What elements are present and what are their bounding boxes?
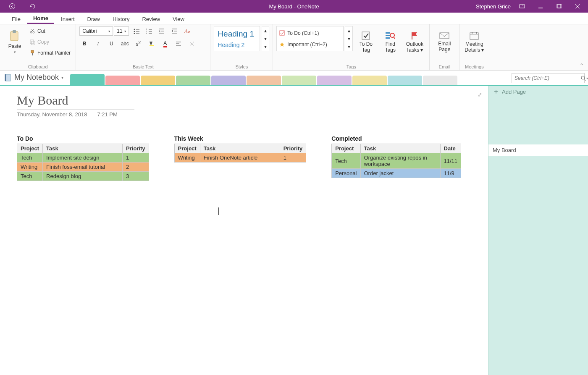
section-tab[interactable] — [388, 76, 422, 85]
page-time: 7:21 PM — [97, 111, 117, 118]
tags-down-button[interactable]: ▾ — [345, 34, 352, 42]
copy-button[interactable]: Copy — [28, 37, 72, 47]
section-tab[interactable] — [176, 76, 210, 85]
styles-gallery[interactable]: Heading 1 Heading 2 — [214, 26, 260, 51]
ribbon-tab-insert[interactable]: Insert — [55, 13, 81, 24]
task-table[interactable]: ProjectTaskPriorityTechImplement site de… — [17, 144, 149, 181]
todo-tag-button[interactable]: To Do Tag — [354, 26, 377, 58]
styles-down-button[interactable]: ▾ — [262, 34, 269, 42]
table-cell: Implement site design — [43, 153, 123, 163]
table-row[interactable]: WritingFinish foss-email tutorial2 — [17, 163, 149, 172]
tags-up-button[interactable]: ▴ — [345, 26, 352, 34]
section-tab[interactable] — [317, 76, 352, 85]
styles-more-button[interactable]: ▾ — [262, 43, 269, 51]
search-input[interactable] — [512, 75, 580, 81]
ribbon-collapse-button[interactable]: ⌃ — [580, 63, 584, 68]
section-tab[interactable] — [423, 76, 457, 85]
section-tab[interactable] — [211, 76, 246, 85]
tag-item[interactable]: Important (Ctrl+2) — [279, 42, 341, 47]
font-family-select[interactable]: Calibri▾ — [79, 26, 113, 36]
section-tab[interactable] — [105, 76, 140, 85]
task-table[interactable]: ProjectTaskPriorityWritingFinish OneNote… — [174, 144, 307, 163]
section-tab[interactable] — [247, 76, 281, 85]
ribbon-tab-home[interactable]: Home — [27, 13, 54, 24]
font-size-select[interactable]: 11▾ — [114, 26, 129, 36]
svg-line-47 — [394, 37, 395, 39]
numbering-button[interactable]: 123 — [144, 26, 154, 36]
clear-formatting-button[interactable]: A⌀ — [182, 26, 192, 36]
bold-button[interactable]: B — [79, 39, 89, 49]
cut-button[interactable]: Cut — [28, 26, 72, 36]
board-column: CompletedProjectTaskDateTechOrganize exi… — [331, 135, 461, 181]
add-page-button[interactable]: ＋ Add Page — [488, 86, 588, 98]
page-date: Thursday, November 8, 2018 — [17, 111, 87, 118]
styles-up-button[interactable]: ▴ — [262, 26, 269, 34]
italic-button[interactable]: I — [93, 39, 103, 49]
table-row[interactable]: TechOrganize existing repos in workspace… — [332, 153, 461, 169]
svg-point-0 — [10, 4, 15, 9]
section-tab[interactable] — [70, 74, 105, 85]
group-label-clipboard: Clipboard — [3, 63, 72, 69]
notebook-bar: My Notebook ▾ ▾ — [0, 71, 588, 86]
indent-button[interactable] — [169, 26, 179, 36]
maximize-button[interactable] — [552, 0, 566, 12]
group-label-basic-text: Basic Text — [79, 63, 207, 69]
format-painter-button[interactable]: Format Painter — [28, 48, 72, 58]
user-name[interactable]: Stephen Grice — [476, 3, 511, 10]
group-label-meetings: Meetings — [463, 63, 486, 69]
tag-item[interactable]: To Do (Ctrl+1) — [279, 30, 341, 36]
ribbon-tab-view[interactable]: View — [167, 13, 190, 24]
strikethrough-button[interactable]: abc — [120, 39, 130, 49]
section-tab[interactable] — [141, 76, 175, 85]
table-row[interactable]: TechImplement site design1 — [17, 153, 149, 163]
highlight-button[interactable] — [147, 39, 157, 49]
search-button[interactable]: ▾ — [580, 75, 588, 81]
page-title[interactable]: My Board — [17, 93, 471, 108]
section-tab[interactable] — [352, 76, 387, 85]
back-button[interactable] — [5, 0, 19, 12]
superscript-button[interactable]: x2 — [133, 39, 143, 49]
delete-button[interactable] — [187, 39, 197, 49]
ribbon-tab-history[interactable]: History — [107, 13, 135, 24]
ribbon-tabs: FileHomeInsertDrawHistoryReviewView — [0, 13, 588, 24]
tags-more-button[interactable]: ▾ — [345, 43, 352, 51]
paste-button[interactable]: Paste ▾ — [3, 26, 26, 58]
bullets-button[interactable] — [131, 26, 142, 36]
underline-button[interactable]: U — [106, 39, 116, 49]
meeting-details-button[interactable]: Meeting Details ▾ — [463, 26, 486, 58]
expand-canvas-button[interactable]: ⤢ — [478, 92, 482, 98]
table-row[interactable]: PersonalOrder jacket11/9 — [332, 169, 461, 178]
outdent-button[interactable] — [157, 26, 167, 36]
group-meetings: Meeting Details ▾ Meetings — [459, 24, 489, 70]
table-header: Project — [17, 144, 43, 153]
ribbon-tab-draw[interactable]: Draw — [81, 13, 106, 24]
page-item[interactable]: My Board — [488, 144, 588, 156]
star-icon — [279, 42, 285, 47]
find-tags-button[interactable]: Find Tags — [379, 26, 402, 58]
table-cell: Tech — [17, 153, 43, 163]
section-tab[interactable] — [282, 76, 316, 85]
table-cell: 1 — [123, 153, 149, 163]
ribbon-tab-review[interactable]: Review — [136, 13, 166, 24]
svg-rect-53 — [5, 74, 10, 81]
close-button[interactable] — [570, 0, 585, 12]
align-button[interactable] — [173, 39, 184, 49]
undo-button[interactable] — [25, 0, 39, 12]
task-table[interactable]: ProjectTaskDateTechOrganize existing rep… — [331, 144, 461, 178]
svg-text:3: 3 — [146, 32, 147, 34]
ribbon-display-button[interactable] — [515, 0, 529, 12]
ribbon-tab-file[interactable]: File — [6, 13, 26, 24]
tags-gallery[interactable]: To Do (Ctrl+1)Important (Ctrl+2) — [276, 26, 344, 51]
minimize-button[interactable] — [533, 0, 548, 12]
ribbon-options-icon — [519, 3, 525, 9]
notebook-dropdown[interactable]: My Notebook ▾ — [0, 71, 68, 84]
font-color-button[interactable]: A — [160, 39, 170, 49]
outlook-tasks-button[interactable]: Outlook Tasks ▾ — [403, 26, 426, 58]
table-row[interactable]: TechRedesign blog3 — [17, 172, 149, 181]
table-row[interactable]: WritingFinish OneNote article1 — [174, 153, 306, 163]
text-cursor — [218, 207, 219, 215]
svg-rect-14 — [32, 41, 35, 45]
board-column: This WeekProjectTaskPriorityWritingFinis… — [174, 135, 307, 181]
note-canvas[interactable]: ⤢ My Board Thursday, November 8, 2018 7:… — [0, 86, 488, 375]
email-page-button[interactable]: Email Page — [433, 26, 456, 58]
